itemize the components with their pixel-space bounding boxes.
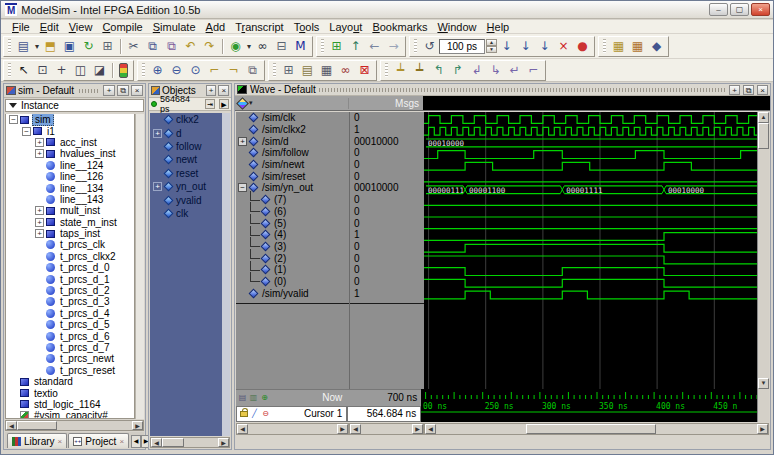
close-button[interactable]: × — [751, 3, 770, 16]
zoom-out-icon[interactable]: ⊖ — [167, 62, 186, 79]
tree-item-t-prcs-clkx2[interactable]: t_prcs_clkx2 — [6, 251, 134, 262]
break-icon[interactable]: × — [554, 38, 573, 55]
chevron-down-icon[interactable]: ▾ — [249, 99, 253, 107]
toolbar-grip[interactable] — [8, 39, 11, 53]
insert-cursor-icon[interactable]: ┷ — [391, 62, 410, 79]
tree-item-line-143[interactable]: line__143 — [6, 194, 134, 205]
wave-signal-sim-newt[interactable]: /sim/newt — [236, 159, 349, 171]
env-forward-icon[interactable]: → — [384, 38, 403, 55]
object-item-clk[interactable]: clk — [150, 207, 222, 220]
run-length-input[interactable] — [439, 39, 485, 54]
zoom-cursor-icon[interactable]: ⌐ — [205, 62, 224, 79]
menu-compile[interactable]: Compile — [97, 21, 147, 33]
zoom-full-icon[interactable]: ⊙ — [186, 62, 205, 79]
scroll-right-button[interactable]: ▶ — [412, 424, 423, 434]
object-item-newt[interactable]: newt — [150, 153, 222, 166]
pane-close-button[interactable]: × — [757, 85, 768, 95]
values-scrollbar[interactable]: ◀ ▶ — [349, 423, 424, 435]
menu-transcript[interactable]: Transcript — [230, 21, 289, 33]
expand-plus-icon[interactable]: + — [35, 218, 44, 227]
modelsim-icon[interactable]: M — [291, 38, 310, 55]
prev-transition-icon[interactable]: ↰ — [429, 62, 448, 79]
object-item-reset[interactable]: reset — [150, 167, 222, 180]
wave-signal-sim-reset[interactable]: /sim/reset — [236, 170, 349, 182]
tree-item-line-126[interactable]: line__126 — [6, 171, 134, 182]
select-mode-mini-icon[interactable]: ▤ — [238, 393, 247, 402]
new-file-icon[interactable]: ▤ — [14, 38, 33, 55]
tab-close-icon[interactable]: × — [119, 437, 124, 446]
print-wave-icon[interactable]: ⊞ — [279, 62, 298, 79]
scroll-thumb[interactable] — [526, 424, 656, 434]
next-transition-icon[interactable]: ↱ — [448, 62, 467, 79]
maximize-button[interactable]: ▢ — [730, 3, 749, 16]
toolbar-grip[interactable] — [8, 63, 11, 77]
find-signal-icon[interactable]: ∞ — [336, 62, 355, 79]
scroll-left-button[interactable]: ◀ — [151, 438, 162, 447]
pane-add-button[interactable]: + — [206, 85, 217, 96]
menu-window[interactable]: Window — [432, 21, 481, 33]
cut-icon[interactable]: ✂ — [124, 38, 143, 55]
pane-grip[interactable] — [319, 88, 726, 92]
print-icon[interactable]: ⊞ — [98, 38, 117, 55]
add-marker-icon[interactable]: ⊕ — [260, 393, 269, 402]
tree-item-acc-inst[interactable]: +acc_inst — [6, 137, 134, 148]
object-item-clkx2[interactable]: clkx2 — [150, 113, 222, 126]
menu-add[interactable]: Add — [201, 21, 231, 33]
tree-item-t-prcs-d-0[interactable]: t_prcs_d_0 — [6, 262, 134, 273]
tree-vertical-scrollbar[interactable] — [135, 114, 144, 419]
menu-edit[interactable]: Edit — [35, 21, 64, 33]
expand-plus-icon[interactable]: + — [35, 138, 44, 147]
scroll-right-button[interactable]: ▶ — [757, 424, 768, 434]
timeline-ruler[interactable]: 00 ns250 ns300 ns350 ns400 ns450 n — [421, 389, 757, 422]
tree-item-t-prcs-d-7[interactable]: t_prcs_d_7 — [6, 342, 134, 353]
tree-item-standard[interactable]: standard — [6, 376, 134, 387]
msgs-column-header[interactable]: Msgs — [348, 98, 423, 109]
tree-item-t-prcs-d-2[interactable]: t_prcs_d_2 — [6, 285, 134, 296]
open-folder-icon[interactable]: ⬒ — [41, 38, 60, 55]
expand-plus-icon[interactable]: + — [35, 149, 44, 158]
pane-close-button[interactable]: × — [131, 85, 143, 96]
pane-close-button[interactable]: × — [218, 85, 229, 96]
wave-vertical-scrollbar[interactable]: ▲ ▼ — [757, 112, 769, 389]
scroll-right-button[interactable]: ▶ — [337, 424, 348, 434]
collapse-minus-icon[interactable]: − — [9, 115, 18, 124]
scroll-right-button[interactable]: ▶ — [218, 438, 229, 447]
run-icon[interactable]: ↓ — [497, 38, 516, 55]
new-file-dropdown[interactable]: ▾ — [33, 38, 41, 55]
tree-item-mult-inst[interactable]: +mult_inst — [6, 205, 134, 216]
wave-signal-sim-follow[interactable]: /sim/follow — [236, 147, 349, 159]
env-refresh-icon[interactable]: ⊞ — [327, 38, 346, 55]
toolbar-grip[interactable] — [385, 63, 388, 77]
object-item-yn-out[interactable]: +yn_out — [150, 180, 222, 193]
pane-undock-button[interactable]: ⧉ — [117, 85, 129, 96]
expand-plus-icon[interactable]: + — [238, 137, 247, 146]
pane-add-button[interactable]: + — [729, 85, 740, 95]
show-grid-icon[interactable]: ▦ — [317, 62, 336, 79]
scroll-thumb[interactable] — [17, 421, 57, 430]
simulate-icon[interactable]: ◉ — [226, 38, 245, 55]
toolbar-grip[interactable] — [321, 39, 324, 53]
edit-cursor-icon[interactable]: ╱ — [250, 409, 259, 418]
menu-layout[interactable]: Layout — [324, 21, 367, 33]
run-all-icon[interactable]: ↓ — [535, 38, 554, 55]
undo-icon[interactable]: ↶ — [181, 38, 200, 55]
lock-cursor-icon[interactable] — [240, 411, 248, 417]
menu-view[interactable]: View — [64, 21, 98, 33]
paste-icon[interactable]: ⧉ — [162, 38, 181, 55]
wave-signal-0[interactable]: (0) — [236, 276, 349, 288]
time-scrollbar[interactable]: ◀ ▶ — [424, 423, 769, 435]
show-names-mini-icon[interactable]: ▥ — [249, 393, 258, 402]
scroll-left-button[interactable]: ◀ — [350, 424, 361, 434]
minimize-button[interactable]: – — [709, 3, 728, 16]
pane-grip[interactable] — [79, 89, 98, 93]
pane-undock-button[interactable]: ⧉ — [743, 85, 754, 95]
copy-icon[interactable]: ⧉ — [143, 38, 162, 55]
scroll-up-button[interactable]: ▲ — [758, 112, 769, 123]
tab-scroll-left-button[interactable]: ◀ — [131, 435, 141, 448]
scroll-left-button[interactable]: ◀ — [6, 421, 17, 430]
wave-signal-sim-d[interactable]: +/sim/d — [236, 135, 349, 147]
tree-item-line-134[interactable]: line__134 — [6, 182, 134, 193]
tree-item-state-m-inst[interactable]: +state_m_inst — [6, 217, 134, 228]
tree-item-t-prcs-reset[interactable]: t_prcs_reset — [6, 365, 134, 376]
spinner-up-icon[interactable]: ▲ — [486, 39, 497, 46]
